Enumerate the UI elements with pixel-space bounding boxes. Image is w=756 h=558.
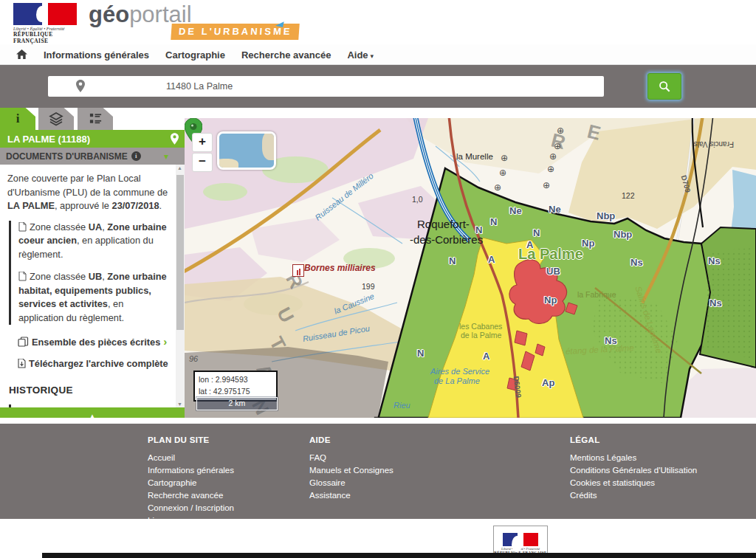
- footer-link-conditions-g-n-rales-d-utilisation[interactable]: Conditions Générales d'Utilisation: [570, 464, 756, 477]
- panel-content: Zone couverte par le Plan Local d'Urbani…: [0, 165, 176, 407]
- footer-link-glossaire[interactable]: Glossaire: [309, 477, 570, 489]
- text-segment: , approuvé le: [55, 200, 112, 211]
- footer-link-manuels-et-consignes[interactable]: Manuels et Consignes: [309, 464, 570, 477]
- link-pieces-ecrites[interactable]: Ensemble des pièces écrites›: [18, 334, 171, 350]
- scroll-down-icon[interactable]: ▼: [177, 402, 182, 407]
- map-label: ⊕: [547, 164, 554, 174]
- map-label: de la Palme: [461, 331, 501, 340]
- text-segment: UB: [89, 271, 102, 282]
- tab-layers[interactable]: [38, 108, 74, 130]
- home-icon: [16, 49, 27, 60]
- map-label: La Palme: [518, 246, 583, 263]
- map-label: Ns: [708, 255, 721, 266]
- map-label: U: [272, 303, 298, 326]
- map-label: ⊕: [494, 182, 501, 193]
- map-label: 96: [189, 354, 198, 363]
- panel-collapse-bar[interactable]: ▴: [0, 407, 185, 418]
- footer-link-cartographie[interactable]: Cartographie: [148, 477, 309, 489]
- map-label: Aires de Service: [430, 367, 489, 376]
- map-label: la Fabrique: [577, 290, 616, 299]
- map-label: Ns: [630, 257, 643, 268]
- footer-link-recherche-avanc-e[interactable]: Recherche avancée: [148, 489, 309, 502]
- search-band: [0, 65, 756, 108]
- footer-link-accueil[interactable]: Accueil: [148, 452, 309, 464]
- historique-title: HISTORIQUE: [9, 383, 171, 398]
- map-label: D6009: [512, 376, 523, 399]
- map-label: A: [483, 351, 489, 362]
- zone-ua-item[interactable]: Zone classée UA, Zone urbaine coeur anci…: [18, 221, 171, 262]
- map-label: Nbp: [597, 210, 615, 221]
- search-input[interactable]: [48, 76, 604, 97]
- text-segment: .: [159, 200, 162, 211]
- map-label: la Murelle: [456, 152, 493, 161]
- info-panel: LA PALME (11188) DOCUMENTS D'URBANISME i…: [0, 130, 185, 418]
- footer-link-connexion-inscription[interactable]: Connexion / Inscription: [148, 502, 309, 514]
- panel-scrollbar[interactable]: ▲ ▼: [176, 165, 185, 407]
- zone-ub-item[interactable]: Zone classée UB, Zone urbaine habitat, e…: [18, 270, 171, 325]
- map-label: 199: [362, 282, 375, 291]
- map-label: Np: [582, 238, 594, 249]
- footer-col-title: PLAN DU SITE: [148, 435, 309, 444]
- map-label: E: [585, 120, 602, 145]
- map-label: de La Palme: [434, 376, 480, 385]
- scroll-up-icon[interactable]: ▲: [177, 165, 182, 170]
- scale-bar: 2 km: [196, 397, 278, 410]
- scrollbar-thumb[interactable]: [176, 175, 184, 330]
- document-icon: [18, 272, 27, 281]
- map-label: la Caussine: [333, 292, 376, 316]
- map-label: Ne: [509, 205, 522, 216]
- footer-col-title: LÉGAL: [570, 435, 756, 444]
- commune-header: LA PALME (11188): [0, 130, 185, 148]
- tab-legend[interactable]: [78, 108, 113, 130]
- home-button[interactable]: [16, 49, 27, 60]
- footer-link-cr-dits[interactable]: Crédits: [570, 489, 756, 502]
- site-logo[interactable]: géoportail DE L'URBANISME: [89, 1, 192, 28]
- link-archive[interactable]: Téléchargez l'archive complète: [18, 357, 171, 371]
- nav-item-informations-g-n-rales[interactable]: Informations générales: [44, 49, 149, 61]
- footer-col-legal: LÉGALMentions LégalesConditions Générale…: [570, 424, 756, 519]
- info-circle-icon[interactable]: i: [131, 151, 141, 161]
- map-canvas[interactable]: NeNeNNNNNAAAApNpNpNbpNbpNsNsNsNsUBRoquef…: [185, 118, 756, 418]
- footer-link-informations-g-n-rales[interactable]: Informations générales: [148, 464, 309, 477]
- search-button[interactable]: [647, 73, 681, 100]
- geoportail-urbanisme-page: Liberté • Égalité • Fraternité RÉPUBLIQU…: [0, 0, 756, 558]
- logo-geo: géo: [89, 1, 129, 27]
- map-label: Francis Vals: [694, 140, 734, 148]
- text-segment: UA: [89, 221, 102, 232]
- nav-item-aide[interactable]: Aide▾: [347, 49, 374, 61]
- footer-link-cookies-et-statistiques[interactable]: Cookies et statistiques: [570, 477, 756, 489]
- map-label: Roquefort-: [417, 218, 470, 230]
- tab-info[interactable]: i: [0, 108, 35, 130]
- chevron-right-icon: ›: [163, 335, 167, 348]
- text-segment: Zone couverte par le Plan Local d'Urbani…: [7, 173, 168, 198]
- text-segment: LA PALME: [7, 200, 55, 211]
- nav-item-recherche-avanc-e[interactable]: Recherche avancée: [241, 49, 331, 61]
- footer-link-mentions-l-gales[interactable]: Mentions Légales: [570, 452, 756, 464]
- map-label: 1,0: [412, 195, 423, 204]
- zoom-in-button[interactable]: +: [192, 133, 213, 152]
- map-label: Ruisseau de Picou: [302, 324, 370, 343]
- plu-intro-text: Zone couverte par le Plan Local d'Urbani…: [7, 172, 171, 213]
- footer-link-faq[interactable]: FAQ: [309, 452, 570, 464]
- nav-item-cartographie[interactable]: Cartographie: [165, 49, 225, 61]
- footer-link-assistance[interactable]: Assistance: [309, 489, 570, 502]
- footer-col-title: AIDE: [309, 435, 570, 444]
- map-label: Np: [544, 294, 557, 306]
- minimap-land: [217, 159, 238, 170]
- zones-block: Zone classée UA, Zone urbaine coeur anci…: [9, 221, 171, 326]
- map-label: étang de la Palme: [566, 343, 634, 356]
- map-label: N: [417, 348, 424, 359]
- chevron-down-icon[interactable]: ▾: [164, 151, 168, 162]
- overview-minimap[interactable]: [217, 131, 276, 170]
- french-republic-logo: Liberté • Égalité • Fraternité RÉPUBLIQU…: [13, 3, 84, 41]
- map-label: ⊕: [554, 141, 561, 151]
- commune-pin-icon[interactable]: [171, 133, 179, 145]
- caret-down-icon: ▾: [371, 52, 374, 60]
- section-documents-urbanisme[interactable]: DOCUMENTS D'URBANISME i ▾: [0, 148, 185, 165]
- map-label: Rieu: [394, 401, 410, 410]
- map-label: Salins de Lapalme: [633, 285, 664, 354]
- republic-name: RÉPUBLIQUE FRANÇAISE: [13, 31, 84, 44]
- zoom-out-button[interactable]: −: [192, 153, 213, 172]
- footer-col-aide: AIDEFAQManuels et ConsignesGlossaireAssi…: [309, 424, 570, 519]
- map-label: N: [490, 216, 497, 227]
